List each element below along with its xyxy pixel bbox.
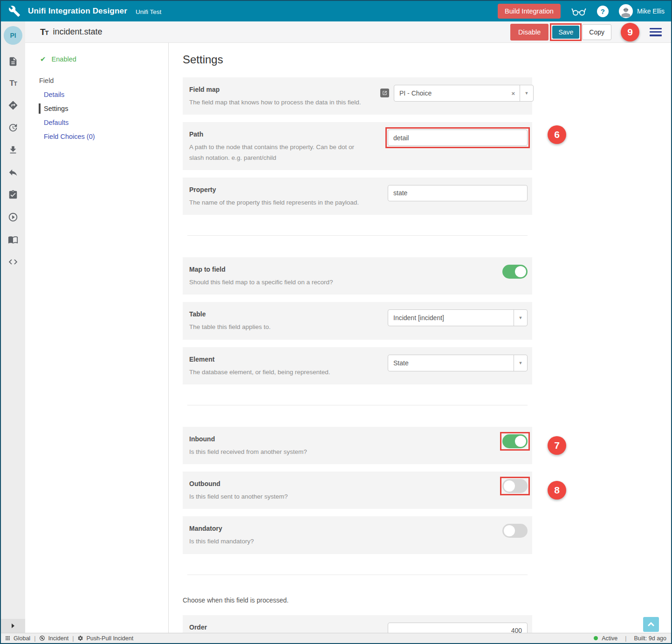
inbound-description: Is this field received from another syst…	[189, 447, 370, 457]
user-name: Mike Ellis	[637, 7, 665, 15]
chevron-right-icon	[11, 623, 15, 628]
inbound-toggle[interactable]	[502, 434, 528, 448]
nav-item-settings[interactable]: Settings	[25, 102, 168, 116]
chevron-down-icon[interactable]: ▼	[520, 85, 533, 101]
scope-crumb[interactable]: Global	[5, 635, 30, 642]
nav-item-field-choices[interactable]: Field Choices (0)	[25, 130, 168, 144]
integration-crumb[interactable]: Push-Pull Incident	[77, 635, 133, 642]
glasses-icon[interactable]	[571, 6, 587, 17]
menu-icon[interactable]	[650, 28, 662, 36]
disable-button[interactable]: Disable	[510, 24, 549, 41]
outbound-label: Outbound	[189, 480, 380, 487]
help-icon[interactable]: ?	[597, 6, 609, 17]
section-divider	[187, 235, 528, 236]
top-header: Unifi Integration Designer Unifi Test Bu…	[1, 1, 671, 21]
mandatory-description: Is this field mandatory?	[189, 536, 370, 547]
section-divider	[187, 575, 528, 575]
property-row: Property The name of the property this f…	[183, 178, 532, 215]
grid-icon	[5, 635, 11, 641]
check-icon: ✔	[40, 55, 46, 63]
separator: |	[34, 635, 35, 642]
integration-avatar[interactable]: PI	[4, 26, 22, 45]
nav-section-field: Field	[25, 74, 168, 88]
status-bar: Global | Incident | Push-Pull Incident A…	[1, 633, 671, 643]
book-icon[interactable]	[8, 234, 18, 245]
page-title: Settings	[183, 53, 671, 66]
map-to-field-row: Map to field Should this field map to a …	[183, 257, 532, 295]
inbound-row: Inbound Is this field received from anot…	[183, 427, 532, 464]
history-icon[interactable]	[8, 123, 18, 133]
annotation-step-9: 9	[621, 23, 639, 41]
icon-rail: PI TT	[1, 21, 25, 633]
element-select[interactable]: State ▼	[388, 355, 528, 371]
user-menu[interactable]: Mike Ellis	[619, 4, 665, 18]
download-icon[interactable]	[8, 145, 18, 155]
outbound-row: Outbound Is this field sent to another s…	[183, 472, 532, 509]
table-label: Table	[189, 310, 380, 318]
mandatory-toggle[interactable]	[502, 524, 528, 538]
record-title-bar: TT incident.state Disable Save Copy 9	[1, 21, 671, 43]
order-row: Order The order at which this field is p…	[183, 615, 532, 633]
table-crumb-label: Incident	[48, 635, 69, 642]
element-label: Element	[189, 356, 380, 363]
play-circle-icon[interactable]	[8, 212, 18, 222]
scroll-to-top-button[interactable]	[643, 617, 659, 632]
active-status-icon	[594, 636, 598, 640]
map-to-field-toggle[interactable]	[502, 265, 528, 279]
expand-rail-button[interactable]	[1, 619, 25, 633]
field-map-select[interactable]: PI - Choice × ▼	[394, 85, 534, 102]
element-value: State	[388, 359, 514, 367]
field-map-row: Field map The field map that knows how t…	[183, 77, 532, 115]
table-value: Incident [incident]	[388, 314, 514, 322]
field-type-icon: TT	[40, 27, 48, 37]
document-icon[interactable]	[8, 56, 18, 67]
record-nav-panel: ✔ Enabled Field Details Settings Default…	[25, 43, 169, 633]
table-row: Table The table this field applies to. I…	[183, 302, 532, 339]
mandatory-row: Mandatory Is this field mandatory?	[183, 516, 532, 554]
field-map-value: PI - Choice	[394, 89, 507, 97]
task-check-icon[interactable]	[8, 190, 18, 200]
mandatory-label: Mandatory	[189, 525, 380, 532]
process-note: Choose when this field is processed.	[183, 596, 671, 604]
annotation-step-6: 6	[548, 125, 566, 144]
chevron-down-icon[interactable]: ▼	[514, 310, 527, 326]
open-record-icon[interactable]	[380, 89, 389, 97]
section-divider	[187, 405, 528, 405]
unifi-integration-designer-window: Unifi Integration Designer Unifi Test Bu…	[0, 0, 672, 644]
table-select[interactable]: Incident [incident] ▼	[388, 309, 528, 326]
nav-item-defaults[interactable]: Defaults	[25, 116, 168, 130]
path-description: A path to the node that contains the pro…	[189, 142, 370, 163]
text-fields-icon[interactable]: TT	[9, 79, 17, 88]
code-icon[interactable]	[8, 257, 18, 267]
save-button[interactable]: Save	[552, 26, 579, 39]
table-crumb[interactable]: Incident	[39, 635, 69, 642]
built-label: Built: 9d ago	[634, 635, 667, 642]
chevron-down-icon[interactable]: ▼	[514, 355, 527, 371]
integration-crumb-label: Push-Pull Incident	[86, 635, 133, 642]
separator: |	[72, 635, 74, 642]
table-description: The table this field applies to.	[189, 322, 370, 332]
clear-icon[interactable]: ×	[507, 90, 520, 97]
outbound-toggle[interactable]	[502, 479, 528, 493]
app-title: Unifi Integration Designer	[28, 7, 127, 16]
build-integration-button[interactable]: Build Integration	[498, 4, 561, 19]
nav-item-details[interactable]: Details	[25, 88, 168, 102]
order-input[interactable]	[388, 623, 528, 633]
settings-panel: Settings Field map The field map that kn…	[169, 43, 671, 633]
property-input[interactable]	[388, 185, 528, 201]
separator: |	[625, 635, 626, 642]
property-description: The name of the property this field repr…	[189, 198, 370, 208]
order-label: Order	[189, 623, 380, 631]
reply-icon[interactable]	[8, 167, 18, 178]
record-title: incident.state	[53, 27, 103, 37]
field-map-label: Field map	[189, 86, 380, 93]
incident-icon	[39, 635, 45, 641]
path-input[interactable]	[388, 130, 528, 146]
copy-button[interactable]: Copy	[582, 24, 611, 40]
directions-icon[interactable]	[8, 100, 18, 110]
annotation-step-7: 7	[548, 436, 566, 455]
outbound-description: Is this field sent to another system?	[189, 492, 370, 502]
chevron-up-icon	[648, 622, 654, 627]
user-avatar	[619, 4, 633, 18]
annotation-step-8: 8	[548, 481, 566, 500]
